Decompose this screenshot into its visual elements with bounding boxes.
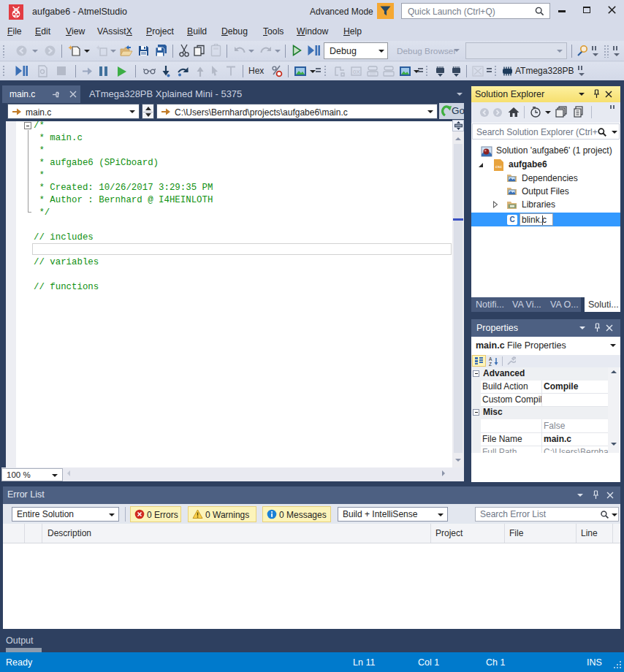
svg-text:0X: 0X [353,69,360,75]
svg-text:Z: Z [489,362,492,366]
svg-text:A: A [489,356,492,362]
